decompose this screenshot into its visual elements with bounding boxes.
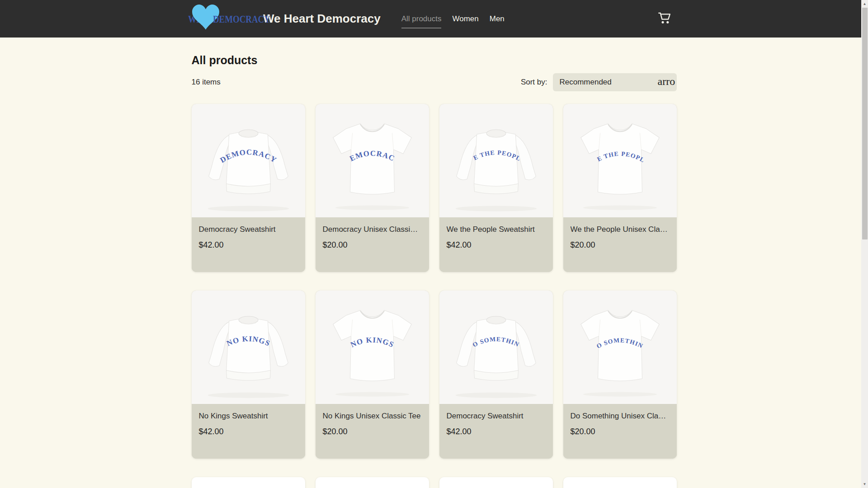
tee-image: NO KINGS [317,292,428,403]
product-photo: DO SOMETHING [563,291,677,404]
product-card[interactable]: WE THE PEOPLE We the People Sweatshirt$4… [439,104,553,272]
product-card[interactable]: WE THE PEOPLE We the People Unisex Class… [563,104,677,272]
header: WE DEMOCRACY We Heart Democracy All prod… [0,0,861,38]
scroll-up-arrow[interactable]: ▲ [861,0,868,8]
product-info: No Kings Sweatshirt$42.00 [192,404,305,459]
product-title: We the People Sweatshirt [447,225,546,234]
sweatshirt-image: DEMOCRACY [193,105,304,216]
product-info: We the People Unisex Classic Tee$20.00 [563,217,677,272]
product-photo: DEMOCRACY [192,104,305,217]
product-card[interactable]: DO SOMETHING Do Something Unisex Classic… [563,291,677,459]
product-title: Democracy Unisex Classic Tee [323,225,422,234]
page-title: We Heart Democracy [263,12,381,26]
scroll-down-arrow[interactable]: ▼ [861,480,868,488]
scrollbar[interactable]: ▲ ▼ [861,0,868,488]
product-title: We the People Unisex Classic Tee [571,225,670,234]
product-price: $20.00 [323,427,422,436]
product-grid: DEMOCRACY Democracy Sweatshirt$42.00 DEM… [192,104,677,459]
product-price: $42.00 [199,427,298,436]
sort-selected-value: Recommended [560,78,612,87]
main-content: All products 16 items Sort by: Recommend… [192,38,677,488]
product-title: No Kings Unisex Classic Tee [323,412,422,421]
site-logo[interactable]: WE DEMOCRACY [188,0,257,38]
sweatshirt-image: WE THE PEOPLE [441,105,552,216]
main-nav: All productsWomenMen [401,14,505,23]
product-photo: WE THE PEOPLE [563,104,677,217]
product-price: $20.00 [571,240,670,250]
tee-image: DO SOMETHING [565,292,675,403]
nav-item-all-products[interactable]: All products [401,14,442,28]
tee-image: WE THE PEOPLE [565,105,675,216]
product-card[interactable]: DEMOCRACY Democracy Unisex Classic Tee$2… [316,104,429,272]
product-card[interactable]: DEMOCRACY Democracy Sweatshirt$42.00 [192,104,305,272]
cart-button[interactable] [655,10,673,28]
product-card-partial[interactable] [192,477,305,488]
sweatshirt-image: NO KINGS [193,292,304,403]
arrow-drop-down-icon: arro [658,75,675,88]
logo-democracy-text: DEMOCRACY [213,14,270,25]
product-card-partial[interactable] [316,477,429,488]
product-info: Democracy Sweatshirt$42.00 [439,404,553,459]
next-row-partial [192,477,677,488]
product-photo: WE THE PEOPLE [439,104,553,217]
shopping-cart-icon [656,9,673,28]
product-price: $20.00 [323,240,422,250]
product-price: $42.00 [447,427,546,436]
sort-dropdown[interactable]: Recommended arro [553,73,677,91]
product-card[interactable]: NO KINGS No Kings Unisex Classic Tee$20.… [316,291,429,459]
product-price: $20.00 [571,427,670,436]
tee-image: DEMOCRACY [317,105,428,216]
product-photo: NO KINGS [192,291,305,404]
product-card-partial[interactable] [439,477,553,488]
product-price: $42.00 [199,240,298,250]
product-info: Do Something Unisex Classic Tee$20.00 [563,404,677,459]
section-heading: All products [192,38,677,67]
product-info: Democracy Unisex Classic Tee$20.00 [316,217,429,272]
product-card-partial[interactable] [563,477,677,488]
product-title: No Kings Sweatshirt [199,412,298,421]
product-photo: NO KINGS [316,291,429,404]
product-card[interactable]: DO SOMETHING Democracy Sweatshirt$42.00 [439,291,553,459]
product-title: Democracy Sweatshirt [199,225,298,234]
product-card[interactable]: NO KINGS No Kings Sweatshirt$42.00 [192,291,305,459]
product-price: $42.00 [447,240,546,250]
scrollbar-thumb[interactable] [862,8,868,239]
product-info: We the People Sweatshirt$42.00 [439,217,553,272]
product-info: Democracy Sweatshirt$42.00 [192,217,305,272]
nav-item-men[interactable]: Men [490,14,505,23]
product-photo: DEMOCRACY [316,104,429,217]
item-count: 16 items [192,78,221,87]
nav-item-women[interactable]: Women [452,14,478,23]
product-title: Democracy Sweatshirt [447,412,546,421]
product-title: Do Something Unisex Classic Tee [571,412,670,421]
product-photo: DO SOMETHING [439,291,553,404]
product-info: No Kings Unisex Classic Tee$20.00 [316,404,429,459]
sort-by-label: Sort by: [521,78,547,87]
sweatshirt-image: DO SOMETHING [441,292,552,403]
